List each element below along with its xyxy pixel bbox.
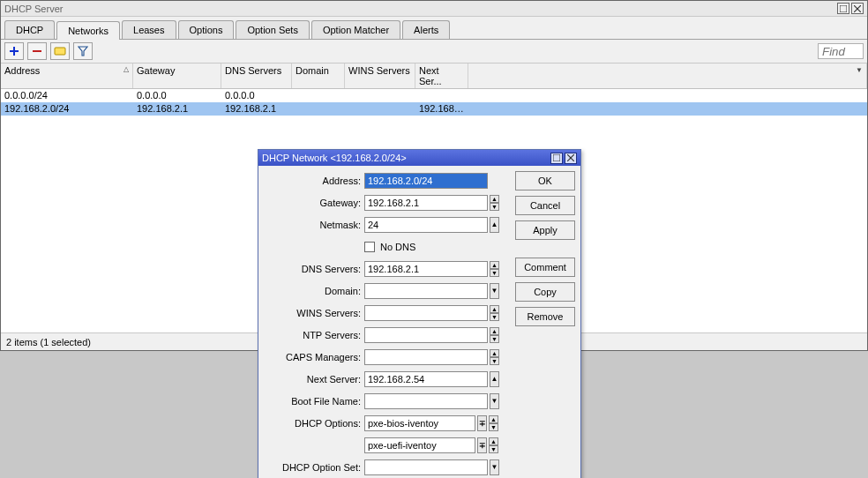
ntp-input[interactable] [364,327,488,343]
dhcp-option2-dropdown-icon[interactable]: ∓ [477,437,487,453]
tab-alerts[interactable]: Alerts [402,20,450,39]
minimize-icon[interactable] [837,3,849,14]
status-text: 2 items (1 selected) [6,337,91,347]
tab-networks[interactable]: Networks [56,21,120,40]
titlebar: DHCP Server [1,1,867,17]
dialog-title: DHCP Network <192.168.2.0/24> [262,153,549,163]
wins-stepper[interactable]: ▲▼ [490,305,499,321]
tab-option-matcher[interactable]: Option Matcher [311,20,400,39]
col-gateway[interactable]: Gateway [133,63,221,88]
svg-rect-0 [840,5,847,12]
remove-button[interactable] [27,42,47,60]
dhcp-option1-stepper[interactable]: ▲▼ [489,415,498,431]
svg-rect-5 [33,50,41,52]
next-server-input[interactable] [364,371,488,387]
col-dns[interactable]: DNS Servers [221,63,292,88]
netmask-input[interactable] [364,217,488,233]
dhcp-option2-input[interactable] [364,437,475,453]
close-icon[interactable] [851,3,864,14]
svg-rect-4 [10,50,19,52]
svg-rect-6 [55,48,65,55]
ntp-stepper[interactable]: ▲▼ [490,327,499,343]
comment-button[interactable]: Comment [515,258,575,277]
label-option-set: DHCP Option Set: [264,462,364,473]
domain-input[interactable] [364,283,488,299]
find-input[interactable] [818,43,864,59]
label-wins: WINS Servers: [264,308,364,318]
table-row[interactable]: 0.0.0.0/24 0.0.0.0 0.0.0.0 [1,89,867,102]
label-netmask: Netmask: [264,220,364,230]
svg-marker-7 [79,47,87,56]
label-boot: Boot File Name: [264,396,364,407]
caps-input[interactable] [364,349,488,365]
col-domain[interactable]: Domain [292,63,345,88]
networks-table: Address△ Gateway DNS Servers Domain WINS… [1,63,867,116]
dns-stepper[interactable]: ▲▼ [490,261,499,277]
filter-button[interactable] [73,42,93,60]
option-set-input[interactable] [364,459,488,475]
col-wins[interactable]: WINS Servers [345,63,415,88]
ok-button[interactable]: OK [515,171,575,190]
dialog-titlebar[interactable]: DHCP Network <192.168.2.0/24> [258,150,580,166]
table-row[interactable]: 192.168.2.0/24 192.168.2.1 192.168.2.1 1… [1,102,867,116]
tab-dhcp[interactable]: DHCP [4,20,55,39]
col-menu[interactable] [468,63,867,88]
col-next[interactable]: Next Ser... [415,63,468,88]
label-domain: Domain: [264,286,364,296]
remove-dialog-button[interactable]: Remove [515,307,575,326]
no-dns-checkbox[interactable] [364,242,375,252]
dialog-close-icon[interactable] [565,153,577,164]
wins-input[interactable] [364,305,488,321]
window-title: DHCP Server [4,4,835,14]
label-dns: DNS Servers: [264,264,364,274]
dhcp-network-dialog: DHCP Network <192.168.2.0/24> Address: G… [258,149,581,478]
dhcp-option1-dropdown-icon[interactable]: ∓ [477,415,487,431]
add-button[interactable] [4,42,24,60]
svg-rect-8 [553,154,560,161]
label-gateway: Gateway: [264,198,364,208]
dialog-restore-icon[interactable] [550,153,563,164]
tab-bar: DHCP Networks Leases Options Option Sets… [1,17,867,40]
label-dhcp-options: DHCP Options: [264,418,364,429]
label-caps: CAPS Managers: [264,352,364,362]
apply-button[interactable]: Apply [515,220,575,240]
caps-stepper[interactable]: ▲▼ [490,349,499,365]
toolbar [1,40,867,63]
dhcp-option1-input[interactable] [364,415,475,431]
label-address: Address: [264,176,364,186]
boot-expand-icon[interactable]: ▼ [490,393,499,409]
option-set-expand-icon[interactable]: ▼ [490,459,499,475]
dhcp-option2-stepper[interactable]: ▲▼ [489,437,498,453]
dns-input[interactable] [364,261,488,277]
comment-button[interactable] [50,42,70,60]
label-no-dns: No DNS [380,242,415,252]
col-address[interactable]: Address△ [1,63,133,88]
tab-options[interactable]: Options [178,20,235,39]
label-ntp: NTP Servers: [264,330,364,340]
address-input[interactable] [364,173,488,189]
cancel-button[interactable]: Cancel [515,196,575,215]
boot-file-input[interactable] [364,393,488,409]
domain-expand-icon[interactable]: ▼ [490,283,499,299]
gateway-input[interactable] [364,195,488,211]
netmask-collapse-icon[interactable]: ▲ [490,217,499,233]
copy-button[interactable]: Copy [515,282,575,302]
next-collapse-icon[interactable]: ▲ [490,371,499,387]
label-next: Next Server: [264,374,364,385]
tab-option-sets[interactable]: Option Sets [236,20,309,39]
gateway-stepper[interactable]: ▲▼ [490,195,499,211]
tab-leases[interactable]: Leases [122,20,176,39]
